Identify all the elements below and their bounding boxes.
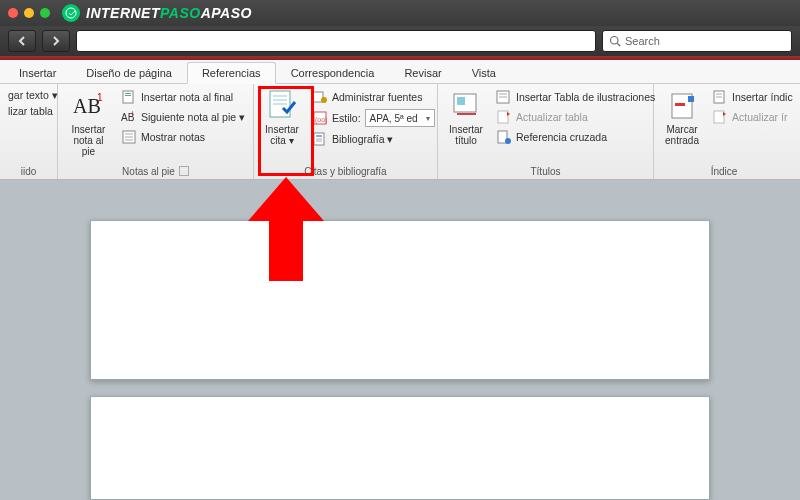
tab-insertar[interactable]: Insertar <box>4 62 71 83</box>
browser-nav: Search <box>0 26 800 56</box>
svg-rect-6 <box>125 93 131 94</box>
tab-correspondencia[interactable]: Correspondencia <box>276 62 390 83</box>
tab-referencias[interactable]: Referencias <box>187 62 276 84</box>
svg-point-19 <box>321 97 327 103</box>
svg-line-2 <box>617 43 620 46</box>
group-notas-label: Notas al pie <box>62 163 249 179</box>
svg-point-34 <box>505 138 511 144</box>
footnote-ab-icon: AB1 <box>71 88 105 124</box>
insertar-tabla-ilustraciones-button[interactable]: Insertar Tabla de ilustraciones <box>494 88 657 106</box>
insert-citation-icon <box>265 88 299 124</box>
actualizar-tabla-titulos-button[interactable]: Actualizar tabla <box>494 108 657 126</box>
window-close-dot[interactable] <box>8 8 18 18</box>
svg-text:(oo): (oo) <box>315 116 327 124</box>
search-input[interactable]: Search <box>602 30 792 52</box>
estilo-value[interactable]: APA, 5ª ed▾ <box>365 109 435 127</box>
group-notas: AB1 Insertar nota al pie Insertar nota a… <box>58 84 254 179</box>
tab-revisar[interactable]: Revisar <box>389 62 456 83</box>
svg-point-1 <box>611 37 619 45</box>
table-of-figures-icon <box>496 89 512 105</box>
update-table-icon <box>496 109 512 125</box>
site-logo-icon <box>62 4 80 22</box>
search-placeholder: Search <box>625 35 660 47</box>
bibliografia-button[interactable]: Bibliografía ▾ <box>310 130 437 148</box>
insertar-indice-button[interactable]: Insertar índic <box>710 88 795 106</box>
site-title-bar: INTERNETPASOAPASO <box>0 0 800 26</box>
siguiente-nota-button[interactable]: ABi Siguiente nota al pie ▾ <box>119 108 247 126</box>
administrar-fuentes-button[interactable]: Administrar fuentes <box>310 88 437 106</box>
style-icon: (oo) <box>312 110 328 126</box>
page-1[interactable] <box>90 220 710 380</box>
manage-sources-icon <box>312 89 328 105</box>
agregar-texto-button[interactable]: gar texto ▾ <box>6 88 60 102</box>
tab-diseno[interactable]: Diseño de página <box>71 62 187 83</box>
svg-rect-5 <box>123 91 133 103</box>
group-citas: Insertar cita ▾ Administrar fuentes (oo)… <box>254 84 438 179</box>
actualizar-tabla-button[interactable]: lizar tabla <box>6 104 60 118</box>
nav-back-button[interactable] <box>8 30 36 52</box>
group-tdc-label: iido <box>4 163 53 179</box>
bibliography-icon <box>312 131 328 147</box>
svg-rect-7 <box>125 95 131 96</box>
group-tdc: gar texto ▾ lizar tabla iido <box>0 84 58 179</box>
actualizar-indice-button[interactable]: Actualizar ír <box>710 108 795 126</box>
mark-entry-icon <box>666 88 698 124</box>
svg-rect-41 <box>714 111 724 123</box>
show-notes-icon <box>121 129 137 145</box>
document-area[interactable] <box>0 180 800 500</box>
dialog-launcher-icon[interactable] <box>179 166 189 176</box>
ribbon-tabs: Insertar Diseño de página Referencias Co… <box>0 60 800 84</box>
window-min-dot[interactable] <box>24 8 34 18</box>
group-titulos: Insertar título Insertar Tabla de ilustr… <box>438 84 654 179</box>
group-titulos-label: Títulos <box>442 163 649 179</box>
cross-reference-icon <box>496 129 512 145</box>
svg-text:1: 1 <box>97 92 103 103</box>
svg-rect-32 <box>498 111 508 123</box>
svg-rect-37 <box>688 96 694 102</box>
site-brand: INTERNETPASOAPASO <box>86 5 252 21</box>
insertar-nota-final-button[interactable]: Insertar nota al final <box>119 88 247 106</box>
update-index-icon <box>712 109 728 125</box>
svg-point-0 <box>66 8 76 18</box>
ribbon: gar texto ▾ lizar tabla iido AB1 Inserta… <box>0 84 800 180</box>
marcar-entrada-button[interactable]: Marcar entrada <box>658 86 706 148</box>
referencia-cruzada-button[interactable]: Referencia cruzada <box>494 128 657 146</box>
nav-forward-button[interactable] <box>42 30 70 52</box>
insertar-cita-button[interactable]: Insertar cita ▾ <box>258 86 306 148</box>
next-footnote-icon: ABi <box>121 109 137 125</box>
estilo-cita-select[interactable]: (oo) Estilo: APA, 5ª ed▾ <box>310 108 437 128</box>
insertar-nota-pie-button[interactable]: AB1 Insertar nota al pie <box>62 86 115 159</box>
svg-rect-27 <box>457 97 465 105</box>
caption-icon <box>450 88 482 124</box>
callout-arrow <box>248 177 324 281</box>
page-2[interactable] <box>90 396 710 500</box>
insert-index-icon <box>712 89 728 105</box>
search-icon <box>609 35 621 47</box>
svg-rect-23 <box>316 135 322 137</box>
tab-vista[interactable]: Vista <box>457 62 511 83</box>
group-indice-label: Índice <box>658 163 790 179</box>
mostrar-notas-button[interactable]: Mostrar notas <box>119 128 247 146</box>
svg-rect-36 <box>675 103 685 106</box>
group-indice: Marcar entrada Insertar índic Actualizar… <box>654 84 794 179</box>
window-max-dot[interactable] <box>40 8 50 18</box>
insertar-titulo-button[interactable]: Insertar título <box>442 86 490 148</box>
endnote-icon <box>121 89 137 105</box>
url-bar[interactable] <box>76 30 596 52</box>
